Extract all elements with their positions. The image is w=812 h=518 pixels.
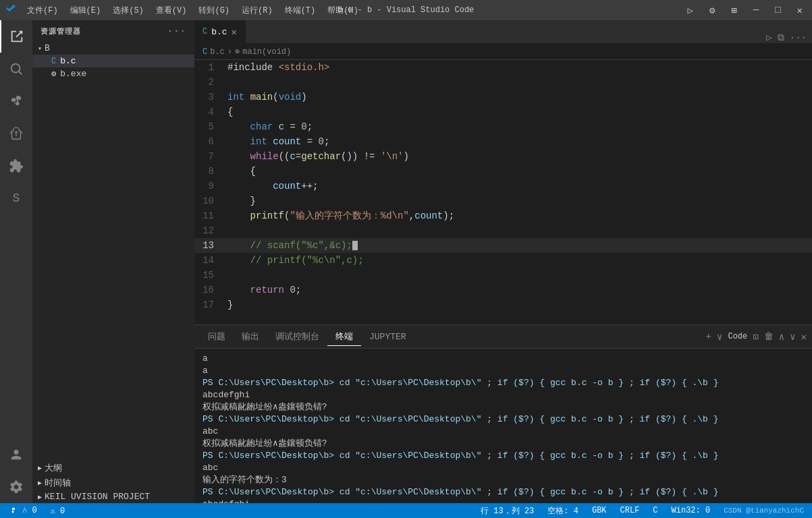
- svg-point-3: [16, 132, 17, 133]
- live-share-icon[interactable]: S: [0, 182, 32, 214]
- sidebar-title: 资源管理器: [40, 26, 81, 36]
- split-editor-icon[interactable]: ⧉: [778, 32, 784, 43]
- menu-goto[interactable]: 转到(G): [193, 3, 235, 18]
- code-line-16: 16 return 0;: [194, 283, 812, 297]
- line-num-10: 10: [194, 194, 225, 208]
- menu-view[interactable]: 查看(V): [151, 3, 192, 18]
- layout-icon[interactable]: ⊞: [727, 3, 740, 18]
- manage-icon[interactable]: [0, 471, 32, 503]
- terminal-trash-icon[interactable]: 🗑: [764, 331, 774, 342]
- code-line-17: 17 }: [194, 297, 812, 312]
- titlebar: 文件(F) 编辑(E) 选择(S) 查看(V) 转到(G) 运行(R) 终端(T…: [0, 0, 812, 20]
- terminal-content[interactable]: a a PS C:\Users\PC\Desktop\b> cd "c:\Use…: [194, 349, 812, 503]
- timeline-header[interactable]: ▶ 时间轴: [32, 476, 194, 490]
- maximize-button[interactable]: □: [771, 3, 784, 17]
- sidebar-new-file-icon[interactable]: ···: [167, 26, 186, 36]
- code-line-10: 10 }: [194, 194, 812, 208]
- debug-icon[interactable]: [0, 117, 32, 150]
- extensions-icon[interactable]: [0, 150, 32, 182]
- terminal-close-icon[interactable]: ✕: [801, 331, 807, 343]
- tab-jupyter[interactable]: JUPYTER: [361, 329, 414, 345]
- status-eol[interactable]: CRLF: [618, 506, 643, 515]
- run-icon[interactable]: ▷: [683, 3, 697, 18]
- tab-problems[interactable]: 问题: [200, 328, 234, 345]
- breadcrumb-separator: ›: [227, 47, 232, 57]
- run-code-icon[interactable]: ▷: [766, 32, 772, 43]
- line-num-5: 5: [194, 119, 225, 134]
- sidebar-item-bexe[interactable]: ⚙ b.exe: [32, 67, 194, 80]
- line-content-9: count++;: [225, 179, 812, 194]
- breadcrumb: C b.c › ⊕ main(void): [194, 44, 812, 60]
- tab-bc-icon: C: [202, 27, 207, 36]
- tab-bar: C b.c ✕ ▷ ⧉ ···: [194, 20, 812, 44]
- breadcrumb-symbol[interactable]: ⊕: [235, 47, 240, 57]
- terminal-line-1: a: [202, 353, 804, 365]
- breadcrumb-file-name[interactable]: b.c: [210, 47, 225, 57]
- line-num-3: 3: [194, 90, 225, 105]
- terminal-tabs-right: + ∨ Code ⊡ 🗑 ∧ ∨ ✕: [706, 331, 807, 343]
- breadcrumb-file[interactable]: C: [202, 47, 207, 57]
- tab-bc[interactable]: C b.c ✕: [194, 20, 246, 43]
- line-content-16: return 0;: [225, 283, 812, 297]
- outline-section: ▶ 大纲: [32, 461, 194, 476]
- terminal-split-icon[interactable]: ⊡: [753, 331, 758, 343]
- tab-terminal[interactable]: 终端: [327, 328, 361, 346]
- menu-run[interactable]: 运行(R): [236, 3, 278, 18]
- tab-bc-close[interactable]: ✕: [232, 26, 237, 38]
- titlebar-controls: ▷ ⚙ ⊞ ─ □ ✕: [683, 3, 807, 18]
- status-position[interactable]: 行 13，列 23: [478, 505, 537, 517]
- terminal-line-7: abc: [202, 426, 804, 438]
- terminal-line-8: 权拟减稿龀龅址纷∧盎鑲顿负锖?: [202, 438, 804, 450]
- outline-header[interactable]: ▶ 大纲: [32, 461, 194, 476]
- menu-edit[interactable]: 编辑(E): [65, 3, 107, 18]
- explorer-icon[interactable]: [0, 20, 32, 53]
- menu-select[interactable]: 选择(S): [107, 3, 149, 18]
- outline-label: 大纲: [45, 462, 62, 474]
- status-platform[interactable]: Win32: 0: [669, 506, 713, 515]
- tab-debug-console[interactable]: 调试控制台: [267, 328, 327, 345]
- line-num-9: 9: [194, 179, 225, 194]
- terminal-expand-icon[interactable]: ∨: [790, 331, 795, 343]
- line-content-17: }: [225, 297, 812, 312]
- status-bar: ⑃ 0 ⚠ 0 行 13，列 23 空格: 4 GBK CRLF C Win32…: [0, 503, 812, 518]
- menu-file[interactable]: 文件(F): [22, 3, 63, 18]
- line-num-2: 2: [194, 75, 225, 90]
- sidebar-header: 资源管理器 ···: [32, 20, 194, 42]
- menu-terminal[interactable]: 终端(T): [279, 3, 321, 18]
- account-icon[interactable]: [0, 438, 32, 471]
- source-control-icon[interactable]: [0, 85, 32, 117]
- status-branch[interactable]: ⑃ 0: [5, 506, 40, 515]
- code-editor[interactable]: 1 #include <stdio.h> 2 3 int main(void) …: [194, 60, 812, 324]
- line-content-4: {: [225, 105, 812, 119]
- terminal-line-10: abc: [202, 462, 804, 474]
- line-num-6: 6: [194, 134, 225, 149]
- sidebar-item-bc[interactable]: C b.c: [32, 55, 194, 67]
- minimize-button[interactable]: ─: [749, 3, 763, 17]
- line-content-13: // scanf("%c",&c);: [225, 238, 812, 253]
- more-icon[interactable]: ···: [790, 32, 807, 43]
- sidebar-tree: ▾ B C b.c ⚙ b.exe: [32, 42, 194, 80]
- status-errors[interactable]: ⚠ 0: [48, 506, 68, 516]
- code-line-2: 2: [194, 75, 812, 90]
- terminal-add-icon[interactable]: +: [706, 331, 711, 342]
- terminal-collapse-icon[interactable]: ∧: [779, 331, 784, 343]
- status-encoding[interactable]: GBK: [589, 506, 610, 515]
- terminal-line-5: 权拟减稿龀龅址纷∧盎鑲顿负锖?: [202, 401, 804, 413]
- tab-output[interactable]: 输出: [234, 328, 267, 345]
- code-line-7: 7 while((c=getchar()) != '\n'): [194, 149, 812, 164]
- code-line-13: 13 // scanf("%c",&c);: [194, 238, 812, 253]
- terminal-dropdown-icon[interactable]: ∨: [717, 331, 722, 343]
- code-line-1: 1 #include <stdio.h>: [194, 60, 812, 75]
- code-line-8: 8 {: [194, 164, 812, 179]
- status-spaces[interactable]: 空格: 4: [545, 505, 581, 517]
- search-icon[interactable]: [0, 53, 32, 85]
- status-language[interactable]: C: [650, 506, 660, 515]
- settings-icon[interactable]: ⚙: [705, 3, 719, 18]
- breadcrumb-func[interactable]: main(void): [242, 47, 291, 57]
- timeline-section: ▶ 时间轴: [32, 476, 194, 490]
- keil-header[interactable]: ▶ KEIL UVISION PROJECT: [32, 490, 194, 503]
- close-button[interactable]: ✕: [793, 3, 807, 18]
- code-line-9: 9 count++;: [194, 179, 812, 194]
- tab-bc-label: b.c: [211, 27, 227, 37]
- sidebar-root-folder[interactable]: ▾ B: [32, 42, 194, 55]
